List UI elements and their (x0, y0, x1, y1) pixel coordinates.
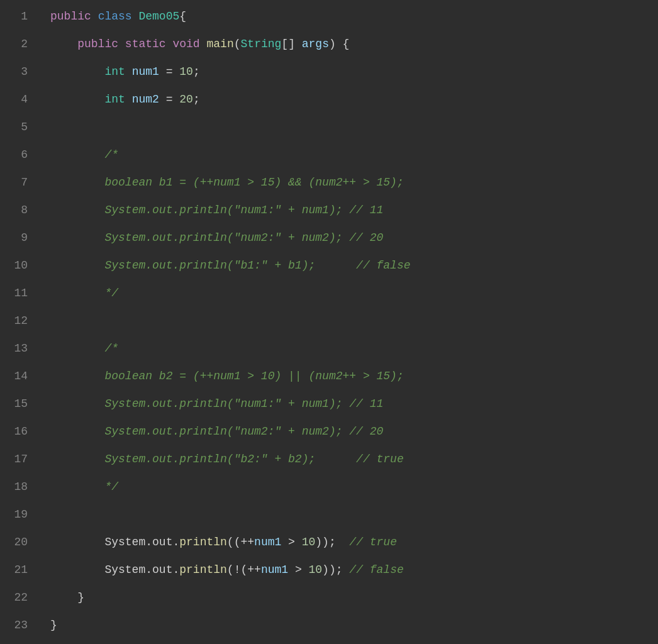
code-line-19 (50, 501, 658, 528)
token-plain: (!(++ (227, 564, 261, 576)
line-number-12: 12 (0, 307, 28, 335)
token-number: 10 (309, 564, 323, 576)
token-kw-class: class (98, 10, 132, 23)
token-println-text: println (179, 536, 227, 548)
line-number-15: 15 (0, 390, 28, 418)
token-plain (132, 10, 139, 23)
token-comment-block: /* (104, 342, 118, 355)
token-number: 10 (302, 536, 316, 548)
code-content[interactable]: public class Demo05{ public static void … (38, 3, 658, 641)
token-plain: ( (234, 38, 241, 50)
line-number-10: 10 (0, 252, 28, 279)
code-line-22: } (50, 584, 658, 611)
token-plain: = (159, 93, 179, 106)
token-plain (50, 231, 104, 244)
token-kw-main: main (207, 38, 234, 50)
token-kw-public: void (172, 38, 199, 50)
token-plain: [] (281, 38, 301, 50)
code-line-16: System.out.println("num2:" + num2); // 2… (50, 418, 658, 445)
code-line-2: public static void main(String[] args) { (50, 30, 658, 58)
line-number-6: 6 (0, 141, 28, 169)
line-number-9: 9 (0, 224, 28, 252)
token-class-name: Demo05 (138, 10, 179, 23)
code-line-9: System.out.println("num2:" + num2); // 2… (50, 224, 658, 252)
line-number-22: 22 (0, 584, 28, 611)
token-plain (50, 93, 104, 106)
code-line-13: /* (50, 335, 658, 362)
token-comment-block: System.out.println("num2:" + num2); // 2… (104, 425, 383, 438)
token-plain (50, 176, 104, 189)
token-plain (125, 93, 132, 106)
token-var: num1 (132, 65, 159, 78)
token-plain (50, 342, 104, 355)
token-plain: System.out. (50, 536, 179, 548)
code-line-18: */ (50, 473, 658, 501)
code-line-21: System.out.println(!(++num1 > 10)); // f… (50, 556, 658, 584)
token-plain (50, 287, 104, 299)
code-line-5 (50, 113, 658, 141)
token-kw-int: int (104, 65, 125, 78)
token-comment-block: */ (104, 287, 118, 299)
token-comment-block: boolean b1 = (++num1 > 15) && (num2++ > … (104, 176, 403, 189)
line-number-18: 18 (0, 473, 28, 501)
code-line-20: System.out.println((++num1 > 10)); // tr… (50, 528, 658, 556)
token-plain: = (159, 65, 179, 78)
token-plain (125, 65, 132, 78)
line-number-13: 13 (0, 335, 28, 362)
token-comment-block: System.out.println("b2:" + b2); // true (104, 453, 403, 465)
line-numbers: 1234567891011121314151617181920212223 (0, 3, 38, 641)
token-plain: ; (193, 65, 200, 78)
line-number-14: 14 (0, 362, 28, 390)
code-line-1: public class Demo05{ (50, 3, 658, 30)
code-line-17: System.out.println("b2:" + b2); // true (50, 445, 658, 473)
line-number-19: 19 (0, 501, 28, 528)
line-number-21: 21 (0, 556, 28, 584)
token-comment-block: boolean b2 = (++num1 > 10) || (num2++ > … (104, 370, 403, 382)
token-kw-string: String (241, 38, 282, 50)
token-plain: )); (315, 536, 349, 548)
token-plain (91, 10, 98, 23)
code-line-4: int num2 = 20; (50, 86, 658, 113)
token-var: num1 (261, 564, 288, 576)
token-kw-public: public (50, 10, 91, 23)
code-line-23: } (50, 611, 658, 639)
line-number-1: 1 (0, 3, 28, 30)
token-plain (50, 370, 104, 382)
token-plain (50, 480, 104, 493)
token-kw-public: static (125, 38, 166, 50)
token-comment: // true (349, 536, 397, 548)
code-line-7: boolean b1 = (++num1 > 15) && (num2++ > … (50, 169, 658, 196)
token-plain (200, 38, 207, 50)
token-plain (50, 65, 104, 78)
token-comment-block: System.out.println("num1:" + num1); // 1… (104, 397, 383, 410)
token-plain (50, 38, 77, 50)
line-number-20: 20 (0, 528, 28, 556)
code-editor: 1234567891011121314151617181920212223 pu… (0, 0, 658, 644)
token-println-text: println (179, 564, 227, 576)
line-number-5: 5 (0, 113, 28, 141)
token-args-text: args (302, 38, 329, 50)
token-kw-public: public (77, 38, 118, 50)
token-number: 10 (179, 65, 193, 78)
token-plain: ; (193, 93, 200, 106)
line-number-2: 2 (0, 30, 28, 58)
token-plain (50, 397, 104, 410)
token-plain: } (50, 591, 84, 604)
line-number-17: 17 (0, 445, 28, 473)
token-plain (50, 425, 104, 438)
line-number-23: 23 (0, 611, 28, 639)
token-plain (50, 148, 104, 161)
code-line-3: int num1 = 10; (50, 58, 658, 86)
token-plain (166, 38, 173, 50)
line-number-8: 8 (0, 196, 28, 224)
token-number: 20 (179, 93, 193, 106)
code-line-6: /* (50, 141, 658, 169)
code-line-11: */ (50, 279, 658, 307)
token-plain: { (179, 10, 186, 23)
token-comment-block: */ (104, 480, 118, 493)
token-plain: System.out. (50, 564, 179, 576)
token-plain: } (50, 619, 57, 631)
token-plain (118, 38, 125, 50)
token-var: num2 (132, 93, 159, 106)
line-number-3: 3 (0, 58, 28, 86)
